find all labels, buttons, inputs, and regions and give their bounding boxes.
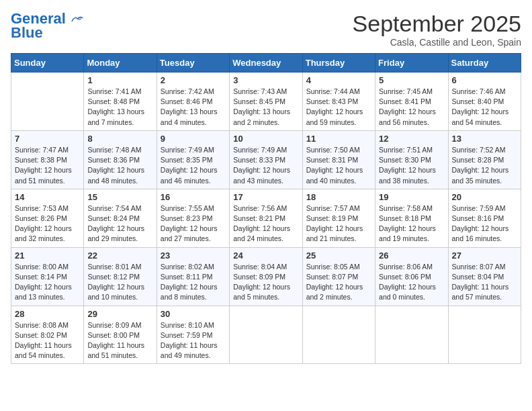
calendar-cell: 25Sunrise: 8:05 AMSunset: 8:07 PMDayligh…: [302, 247, 375, 306]
day-info: Sunrise: 8:05 AMSunset: 8:07 PMDaylight:…: [306, 262, 371, 303]
calendar-cell: [302, 306, 375, 364]
location: Casla, Castille and Leon, Spain: [353, 37, 521, 48]
calendar-cell: 7Sunrise: 7:47 AMSunset: 8:38 PMDaylight…: [11, 130, 84, 189]
calendar-cell: 17Sunrise: 7:56 AMSunset: 8:21 PMDayligh…: [230, 189, 302, 247]
day-number: 7: [15, 134, 80, 144]
calendar-cell: 18Sunrise: 7:57 AMSunset: 8:19 PMDayligh…: [302, 189, 375, 247]
calendar-week-row: 7Sunrise: 7:47 AMSunset: 8:38 PMDaylight…: [11, 130, 521, 189]
weekday-header: Monday: [84, 54, 157, 73]
day-number: 8: [87, 134, 152, 144]
day-number: 19: [379, 192, 444, 202]
day-number: 15: [87, 192, 152, 202]
day-info: Sunrise: 8:09 AMSunset: 8:00 PMDaylight:…: [87, 320, 152, 361]
day-number: 10: [233, 134, 298, 144]
day-number: 30: [161, 309, 226, 319]
day-info: Sunrise: 7:50 AMSunset: 8:31 PMDaylight:…: [306, 145, 371, 186]
calendar-week-row: 1Sunrise: 7:41 AMSunset: 8:48 PMDaylight…: [11, 73, 521, 131]
calendar-cell: 8Sunrise: 7:48 AMSunset: 8:36 PMDaylight…: [84, 130, 157, 189]
calendar-cell: 20Sunrise: 7:59 AMSunset: 8:16 PMDayligh…: [448, 189, 521, 247]
calendar-cell: 19Sunrise: 7:58 AMSunset: 8:18 PMDayligh…: [375, 189, 448, 247]
calendar-cell: 4Sunrise: 7:44 AMSunset: 8:43 PMDaylight…: [302, 73, 375, 131]
calendar-cell: 23Sunrise: 8:02 AMSunset: 8:11 PMDayligh…: [157, 247, 229, 306]
calendar-cell: 6Sunrise: 7:46 AMSunset: 8:40 PMDaylight…: [448, 73, 521, 131]
day-info: Sunrise: 7:58 AMSunset: 8:18 PMDaylight:…: [379, 203, 444, 244]
day-info: Sunrise: 8:07 AMSunset: 8:04 PMDaylight:…: [452, 262, 517, 303]
day-number: 6: [452, 75, 517, 85]
calendar-cell: [448, 306, 521, 364]
page-header: General Blue September 2025 Casla, Casti…: [11, 11, 521, 48]
weekday-header: Thursday: [302, 54, 375, 73]
calendar-cell: 9Sunrise: 7:49 AMSunset: 8:35 PMDaylight…: [157, 130, 229, 189]
day-number: 27: [452, 250, 517, 261]
calendar-cell: 28Sunrise: 8:08 AMSunset: 8:02 PMDayligh…: [11, 306, 84, 364]
weekday-header: Saturday: [448, 54, 521, 73]
day-info: Sunrise: 8:04 AMSunset: 8:09 PMDaylight:…: [233, 262, 298, 303]
day-info: Sunrise: 7:54 AMSunset: 8:24 PMDaylight:…: [87, 203, 152, 244]
calendar-cell: 10Sunrise: 7:49 AMSunset: 8:33 PMDayligh…: [230, 130, 302, 189]
day-info: Sunrise: 7:53 AMSunset: 8:26 PMDaylight:…: [15, 203, 80, 244]
calendar-cell: 13Sunrise: 7:52 AMSunset: 8:28 PMDayligh…: [448, 130, 521, 189]
day-number: 18: [306, 192, 371, 202]
day-number: 13: [452, 134, 517, 144]
calendar-cell: 2Sunrise: 7:42 AMSunset: 8:46 PMDaylight…: [157, 73, 229, 131]
day-info: Sunrise: 8:10 AMSunset: 7:59 PMDaylight:…: [161, 320, 226, 361]
day-number: 28: [15, 309, 80, 319]
title-block: September 2025 Casla, Castille and Leon,…: [353, 11, 521, 48]
calendar-cell: 29Sunrise: 8:09 AMSunset: 8:00 PMDayligh…: [84, 306, 157, 364]
day-info: Sunrise: 8:01 AMSunset: 8:12 PMDaylight:…: [87, 262, 152, 303]
day-number: 12: [379, 134, 444, 144]
day-number: 1: [87, 75, 152, 85]
day-number: 24: [233, 250, 298, 261]
day-number: 21: [15, 250, 80, 261]
day-info: Sunrise: 7:42 AMSunset: 8:46 PMDaylight:…: [161, 87, 226, 128]
calendar-cell: [375, 306, 448, 364]
calendar-cell: 15Sunrise: 7:54 AMSunset: 8:24 PMDayligh…: [84, 189, 157, 247]
day-number: 5: [379, 75, 444, 85]
day-info: Sunrise: 8:00 AMSunset: 8:14 PMDaylight:…: [15, 262, 80, 303]
logo-blue: Blue: [11, 24, 43, 42]
day-info: Sunrise: 7:52 AMSunset: 8:28 PMDaylight:…: [452, 145, 517, 186]
day-number: 11: [306, 134, 371, 144]
day-number: 16: [161, 192, 226, 202]
day-info: Sunrise: 8:06 AMSunset: 8:06 PMDaylight:…: [379, 262, 444, 303]
calendar-week-row: 14Sunrise: 7:53 AMSunset: 8:26 PMDayligh…: [11, 189, 521, 247]
day-number: 14: [15, 192, 80, 202]
day-number: 2: [161, 75, 226, 85]
day-number: 26: [379, 250, 444, 261]
calendar-cell: 21Sunrise: 8:00 AMSunset: 8:14 PMDayligh…: [11, 247, 84, 306]
day-info: Sunrise: 8:08 AMSunset: 8:02 PMDaylight:…: [15, 320, 80, 361]
day-number: 20: [452, 192, 517, 202]
calendar-cell: 22Sunrise: 8:01 AMSunset: 8:12 PMDayligh…: [84, 247, 157, 306]
day-info: Sunrise: 7:47 AMSunset: 8:38 PMDaylight:…: [15, 145, 80, 186]
day-info: Sunrise: 7:45 AMSunset: 8:41 PMDaylight:…: [379, 87, 444, 128]
day-info: Sunrise: 7:55 AMSunset: 8:23 PMDaylight:…: [161, 203, 226, 244]
weekday-header: Friday: [375, 54, 448, 73]
day-info: Sunrise: 7:46 AMSunset: 8:40 PMDaylight:…: [452, 87, 517, 128]
day-number: 9: [161, 134, 226, 144]
calendar-cell: 1Sunrise: 7:41 AMSunset: 8:48 PMDaylight…: [84, 73, 157, 131]
day-number: 17: [233, 192, 298, 202]
day-info: Sunrise: 7:57 AMSunset: 8:19 PMDaylight:…: [306, 203, 371, 244]
month-title: September 2025: [353, 11, 521, 37]
calendar-cell: 30Sunrise: 8:10 AMSunset: 7:59 PMDayligh…: [157, 306, 229, 364]
calendar-cell: [11, 73, 84, 131]
day-number: 29: [87, 309, 152, 319]
weekday-header: Tuesday: [157, 54, 229, 73]
day-number: 3: [233, 75, 298, 85]
calendar-cell: 26Sunrise: 8:06 AMSunset: 8:06 PMDayligh…: [375, 247, 448, 306]
day-info: Sunrise: 7:51 AMSunset: 8:30 PMDaylight:…: [379, 145, 444, 186]
weekday-header: Wednesday: [230, 54, 302, 73]
day-info: Sunrise: 7:56 AMSunset: 8:21 PMDaylight:…: [233, 203, 298, 244]
day-info: Sunrise: 7:43 AMSunset: 8:45 PMDaylight:…: [233, 87, 298, 128]
calendar-table: SundayMondayTuesdayWednesdayThursdayFrid…: [11, 53, 521, 364]
calendar-header-row: SundayMondayTuesdayWednesdayThursdayFrid…: [11, 54, 521, 73]
calendar-cell: 3Sunrise: 7:43 AMSunset: 8:45 PMDaylight…: [230, 73, 302, 131]
calendar-week-row: 21Sunrise: 8:00 AMSunset: 8:14 PMDayligh…: [11, 247, 521, 306]
weekday-header: Sunday: [11, 54, 84, 73]
calendar-week-row: 28Sunrise: 8:08 AMSunset: 8:02 PMDayligh…: [11, 306, 521, 364]
day-number: 4: [306, 75, 371, 85]
day-info: Sunrise: 7:44 AMSunset: 8:43 PMDaylight:…: [306, 87, 371, 128]
day-info: Sunrise: 7:41 AMSunset: 8:48 PMDaylight:…: [87, 87, 152, 128]
day-info: Sunrise: 7:49 AMSunset: 8:35 PMDaylight:…: [161, 145, 226, 186]
calendar-cell: 16Sunrise: 7:55 AMSunset: 8:23 PMDayligh…: [157, 189, 229, 247]
